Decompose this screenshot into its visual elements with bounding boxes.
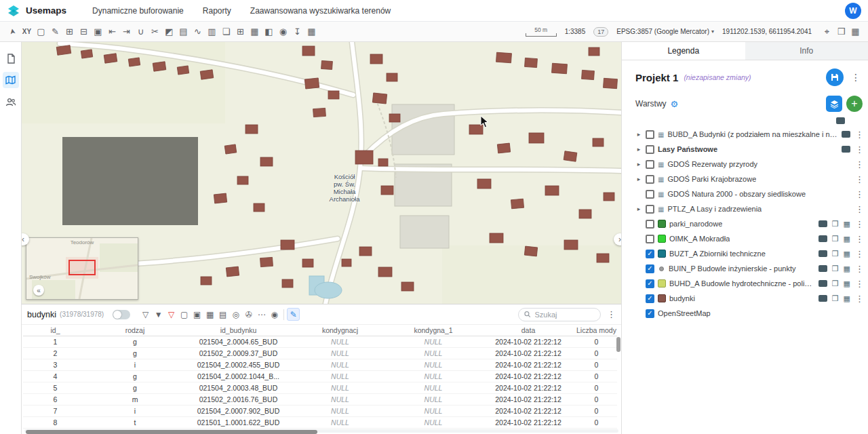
layer-visibility-checkbox[interactable] xyxy=(646,205,654,214)
column-header[interactable]: Liczba mody xyxy=(576,325,617,336)
layer-row[interactable]: ✓OpenStreetMap⋮ xyxy=(635,306,863,321)
menu-item[interactable]: Raporty xyxy=(203,6,231,16)
selection-only-toggle[interactable] xyxy=(113,310,130,319)
labels-visibility-icon[interactable] xyxy=(836,117,845,124)
open-attribute-table-icon[interactable]: ▦ xyxy=(844,294,850,303)
merge-geometry-icon[interactable]: ◩ xyxy=(162,24,176,39)
layer-label-toggle-icon[interactable] xyxy=(842,146,850,153)
layer-menu-dots[interactable]: ⋮ xyxy=(855,219,862,229)
snapping-icon[interactable]: ∪ xyxy=(134,24,148,39)
point-layer-swatch[interactable] xyxy=(659,267,664,271)
scale-ratio[interactable]: 1:3385 xyxy=(565,28,586,35)
layer-label-toggle-icon[interactable] xyxy=(818,295,827,302)
layer-visibility-checkbox[interactable] xyxy=(646,220,654,229)
layer-row[interactable]: ▸▦GDOŚ Parki Krajobrazowe⋮ xyxy=(635,172,863,186)
attachment-icon[interactable]: ✇ xyxy=(242,308,255,321)
add-feature-icon[interactable]: ⊞ xyxy=(62,24,77,39)
layer-visibility-checkbox[interactable]: ✓ xyxy=(646,294,654,303)
column-header[interactable]: id_ xyxy=(23,325,87,336)
layer-menu-dots[interactable]: ⋮ xyxy=(855,279,862,289)
import-icon[interactable]: ↧ xyxy=(290,24,304,39)
collapse-right-panel-button[interactable]: › xyxy=(614,233,621,245)
screenshot-icon[interactable]: ▥ xyxy=(205,24,219,39)
column-header[interactable]: kondygna_1 xyxy=(386,325,481,336)
table-menu-dots[interactable]: ⋮ xyxy=(607,309,616,319)
column-header[interactable]: rodzaj xyxy=(87,325,182,336)
history-grid-icon[interactable]: ▦ xyxy=(304,24,319,39)
zoom-to-layer-icon[interactable]: ❒ xyxy=(832,279,839,288)
pointer-select-icon[interactable]: ➤ xyxy=(4,23,20,39)
column-header[interactable]: data xyxy=(481,325,576,336)
horizontal-scrollbar[interactable] xyxy=(24,429,618,433)
layer-label-toggle-icon[interactable] xyxy=(842,131,850,138)
draw-icon[interactable]: ✎ xyxy=(48,24,62,39)
add-layer-button[interactable]: + xyxy=(846,96,863,112)
layer-menu-dots[interactable]: ⋮ xyxy=(855,130,862,140)
zoom-to-layer-icon[interactable]: ❒ xyxy=(832,250,839,258)
xy-coordinates-icon[interactable]: XY xyxy=(20,24,34,39)
layer-style-swatch[interactable] xyxy=(658,279,666,288)
table-row[interactable]: 4g021504_2.0002.1044_B...NULLNULL2024-10… xyxy=(23,370,617,382)
users-icon[interactable] xyxy=(3,94,19,110)
layer-visibility-checkbox[interactable]: ✓ xyxy=(646,250,654,258)
open-attribute-table-icon[interactable]: ▦ xyxy=(844,235,850,243)
layer-label-toggle-icon[interactable] xyxy=(818,235,827,242)
layer-menu-dots[interactable]: ⋮ xyxy=(855,294,862,304)
vertical-scrollbar[interactable] xyxy=(616,337,620,431)
zoom-to-layer-icon[interactable]: ❒ xyxy=(832,264,839,273)
zoom-to-selection-icon[interactable]: ◎ xyxy=(229,308,242,321)
next-view-icon[interactable]: ⇥ xyxy=(119,24,134,39)
tab-legenda[interactable]: Legenda xyxy=(622,42,745,60)
overview-extent-box[interactable] xyxy=(68,260,96,275)
layer-expander-icon[interactable]: ▸ xyxy=(635,176,642,182)
menu-item[interactable]: Dynamiczne buforowanie xyxy=(92,6,184,16)
zoom-to-layer-icon[interactable]: ❒ xyxy=(832,235,839,243)
open-attribute-table-icon[interactable]: ▦ xyxy=(844,279,850,288)
layers-settings-gear-icon[interactable]: ⚙ xyxy=(671,99,679,109)
documents-icon[interactable] xyxy=(3,50,19,66)
layer-menu-dots[interactable]: ⋮ xyxy=(855,249,862,259)
table-row[interactable]: 2g021502_2.0009.37_BUDNULLNULL2024-10-02… xyxy=(23,347,617,359)
layer-row[interactable]: ✓BUHD_A Budowle hydrotechniczne - poligo… xyxy=(635,276,863,291)
layer-menu-dots[interactable]: ⋮ xyxy=(855,264,862,274)
horizontal-scrollbar-thumb[interactable] xyxy=(26,430,317,434)
layer-row[interactable]: OIMK_A Mokradła❒▦⋮ xyxy=(635,231,863,246)
layer-menu-dots[interactable]: ⋮ xyxy=(855,159,862,170)
layer-menu-dots[interactable]: ⋮ xyxy=(855,234,862,244)
layer-row[interactable]: ▸▦PTLZ_A Lasy i zadrzewienia⋮ xyxy=(635,201,863,216)
tab-info[interactable]: Info xyxy=(745,42,868,60)
layer-visibility-checkbox[interactable] xyxy=(646,160,654,169)
opacity-icon[interactable]: ◧ xyxy=(262,24,276,39)
previous-view-icon[interactable]: ⇤ xyxy=(105,24,119,39)
layer-row[interactable]: ✓BUZT_A Zbiorniki techniczne❒▦⋮ xyxy=(635,246,863,261)
projection-select[interactable]: EPSG:3857 (Google Mercator) ▾ xyxy=(616,28,714,35)
layer-row[interactable]: ✓budynki❒▦⋮ xyxy=(635,291,863,306)
layer-visibility-checkbox[interactable]: ✓ xyxy=(646,279,654,288)
layer-row[interactable]: ▸Lasy Państwowe⋮ xyxy=(635,142,863,157)
layer-style-swatch[interactable] xyxy=(658,294,666,302)
layer-style-swatch[interactable] xyxy=(658,235,666,243)
layer-visibility-checkbox[interactable]: ✓ xyxy=(646,264,654,273)
add-grid-icon[interactable]: ⊞ xyxy=(233,24,248,39)
layer-label-toggle-icon[interactable] xyxy=(818,250,827,257)
map-view-icon[interactable] xyxy=(3,72,19,88)
edit-feature-icon[interactable]: ✎ xyxy=(287,308,300,321)
overview-collapse-button[interactable]: « xyxy=(33,285,44,296)
data-table-icon[interactable]: ▦ xyxy=(248,24,262,39)
record-icon[interactable]: ◉ xyxy=(268,308,281,321)
layer-row[interactable]: ▦GDOŚ Natura 2000 - obszary siedliskowe⋮ xyxy=(635,186,863,201)
layer-label-toggle-icon[interactable] xyxy=(818,280,827,287)
zoom-extent-icon[interactable]: ▣ xyxy=(91,24,105,39)
layer-expander-icon[interactable]: ▸ xyxy=(635,161,642,167)
layer-style-swatch[interactable] xyxy=(658,250,666,258)
rectangle-select-icon[interactable]: ▢ xyxy=(34,24,48,39)
advanced-filter-icon[interactable]: ▼ xyxy=(152,308,165,321)
table-row[interactable]: 5g021504_2.0003.48_BUDNULLNULL2024-10-02… xyxy=(23,382,617,393)
table-row[interactable]: 3i021504_2.0002.455_BUDNULLNULL2024-10-0… xyxy=(23,359,617,370)
zoom-to-layer-icon[interactable]: ❒ xyxy=(832,294,839,303)
location-marker-icon[interactable]: ◉ xyxy=(276,24,290,39)
table-row[interactable]: 6m021502_2.0016.76_BUDNULLNULL2024-10-02… xyxy=(23,393,617,405)
layer-style-swatch[interactable] xyxy=(658,220,666,228)
layer-row[interactable]: ✓BUIN_P Budowle inżynierskie - punkty❒▦⋮ xyxy=(635,261,863,276)
more-horizontal-icon[interactable]: ⋯ xyxy=(255,308,268,321)
